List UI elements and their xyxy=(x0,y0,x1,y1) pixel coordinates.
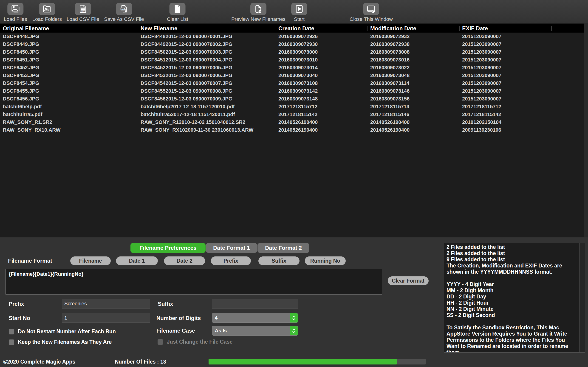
table-row[interactable]: DSCF8451.JPGDSCF84512015-12-03 090007000… xyxy=(0,56,584,64)
table-cell: 20140526190400 xyxy=(370,118,409,126)
log-scrollbar[interactable] xyxy=(579,243,585,352)
column-header-exif-date[interactable]: EXIF Date xyxy=(462,24,488,33)
table-cell: 20140526190400 xyxy=(370,126,409,134)
save-as-csv-file-button[interactable]: csvSave As CSV File xyxy=(104,3,144,22)
stepper-chevrons-icon[interactable] xyxy=(290,326,298,335)
prefix-input[interactable] xyxy=(62,299,150,309)
progress-fill xyxy=(208,359,397,365)
token-button-prefix[interactable]: Prefix xyxy=(211,257,251,265)
table-cell: batchitultra52017-12-18 1151420011.pdf xyxy=(141,110,235,118)
number-of-digits-select[interactable]: 4 xyxy=(212,313,298,323)
close-this-window-button[interactable]: Close This Window xyxy=(350,3,393,22)
table-cell: 20160309073000 xyxy=(278,48,318,56)
table-cell: 20091130230106 xyxy=(462,126,501,134)
table-cell: DSCF8449.JPG xyxy=(3,40,39,48)
checkbox-label: Keep the New Filenames As They Are xyxy=(18,339,112,345)
table-cell: DSCF84492015-12-03 0900070002.JPG xyxy=(141,40,233,48)
filename-format-label: Filename Format xyxy=(8,257,52,265)
table-cell: 20160309072930 xyxy=(278,40,318,48)
checkbox-do-not-restart-number-after-each-run[interactable] xyxy=(9,329,14,334)
status-bar: ©2020 Complete Magic Apps Number Of File… xyxy=(0,357,588,367)
toolbar: Load FilesLoad FoldersCSVLoad CSV Filecs… xyxy=(0,0,588,23)
load-files-button[interactable]: Load Files xyxy=(4,3,27,22)
tab-filename-preferences[interactable]: Filename Preferences xyxy=(130,243,206,253)
table-row[interactable]: DSCF8453.JPGDSCF84532015-12-03 090007000… xyxy=(0,72,584,79)
clear-list-button[interactable]: Clear List xyxy=(167,3,188,22)
stepper-chevrons-icon[interactable] xyxy=(290,313,298,323)
table-cell: 20160309073142 xyxy=(278,87,318,95)
table-row[interactable]: RAW_SONY_RX10.ARWRAW_SONY_RX102009-11-30… xyxy=(0,126,584,134)
tab-date-format-1[interactable]: Date Format 1 xyxy=(206,243,257,253)
log-line: 9 Files added to the list xyxy=(447,257,577,263)
column-divider xyxy=(138,26,138,31)
log-line: NN - 2 Digit Minute xyxy=(447,306,577,312)
table-cell: 20160309073022 xyxy=(370,64,409,72)
start-button[interactable]: Start xyxy=(291,3,307,22)
log-line: HH - 2 Digit Hour xyxy=(447,300,577,306)
table-row[interactable]: DSCF8450.JPGDSCF84502015-12-03 090007000… xyxy=(0,48,584,56)
filename-case-select[interactable]: As Is xyxy=(212,326,298,336)
start-no-input[interactable] xyxy=(62,313,150,323)
token-button-filename[interactable]: Filename xyxy=(70,257,111,265)
column-header-creation-date[interactable]: Creation Date xyxy=(278,24,314,33)
progress-bar xyxy=(208,359,426,365)
table-cell: 20160309073048 xyxy=(370,72,409,79)
load-folders-button[interactable]: Load Folders xyxy=(32,3,62,22)
load-folders-icon xyxy=(39,3,55,15)
table-row[interactable]: DSCF8448.JPGDSCF84482015-12-03 090007000… xyxy=(0,33,584,40)
table-cell: DSCF84512015-12-03 0900070004.JPG xyxy=(141,56,233,64)
log-line: The Creation, Modification and EXIF Date… xyxy=(447,263,577,269)
table-cell: 20160309072926 xyxy=(278,33,318,40)
log-line: them. xyxy=(447,349,577,352)
token-button-date-2[interactable]: Date 2 xyxy=(164,257,205,265)
table-cell: 20171218115142 xyxy=(278,110,317,118)
toolbar-button-label: Load CSV File xyxy=(67,16,99,22)
prefix-label: Prefix xyxy=(9,299,24,309)
table-row[interactable]: DSCF8449.JPGDSCF84492015-12-03 090007000… xyxy=(0,40,584,48)
table-row[interactable]: DSCF8454.JPGDSCF84542015-12-03 090007000… xyxy=(0,79,584,87)
table-cell: 20171218115713 xyxy=(370,103,409,110)
load-csv-file-button[interactable]: CSVLoad CSV File xyxy=(67,3,99,22)
tab-date-format-2[interactable]: Date Format 2 xyxy=(258,243,309,253)
log-line: AppStore Version Requires You to Grant i… xyxy=(447,331,577,337)
table-cell: 20151203090007 xyxy=(462,64,502,72)
log-line: DD - 2 Digit Day xyxy=(447,294,577,300)
table-cell: DSCF8456.JPG xyxy=(3,95,39,103)
table-row[interactable]: batchitultra5.pdfbatchitultra52017-12-18… xyxy=(0,110,584,118)
checkbox-row: Keep the New Filenames As They Are xyxy=(9,339,112,345)
save-csv-icon: csv xyxy=(116,3,132,15)
file-count-label: Number Of Files : 13 xyxy=(115,357,166,367)
checkbox-keep-the-new-filenames-as-they-are[interactable] xyxy=(9,340,14,345)
table-row[interactable]: batchit6help.pdfbatchit6help2017-12-18 1… xyxy=(0,103,584,110)
filename-format-input[interactable]: {Filename}{Date1}{RunningNo} xyxy=(6,269,382,294)
suffix-input[interactable] xyxy=(212,299,298,309)
column-header-original-filename[interactable]: Original Filename xyxy=(3,24,49,33)
log-text: 2 Files added to the list2 Files added t… xyxy=(444,243,579,352)
preview-new-filenames-button[interactable]: Preview New Filenames xyxy=(231,3,285,22)
table-cell: DSCF84532015-12-03 0900070006.JPG xyxy=(141,72,233,79)
column-header-new-filename[interactable]: New Filename xyxy=(141,24,177,33)
table-row[interactable]: RAW_SONY_R1.SR2RAW_SONY_R12010-12-02 150… xyxy=(0,118,584,126)
table-row[interactable]: DSCF8456.JPGDSCF84562015-12-03 090007000… xyxy=(0,95,584,103)
table-cell: 20151203090007 xyxy=(462,48,502,56)
toolbar-button-label: Clear List xyxy=(167,16,188,22)
checkbox-label: Just Change the File Case xyxy=(167,339,233,345)
table-cell: 20160309073010 xyxy=(278,56,318,64)
table-row[interactable]: DSCF8455.JPGDSCF84552015-12-03 090007000… xyxy=(0,87,584,95)
table-cell: batchitultra5.pdf xyxy=(3,110,42,118)
clear-format-button[interactable]: Clear Format xyxy=(388,276,429,285)
copyright-label: ©2020 Complete Magic Apps xyxy=(3,357,75,367)
column-header-modification-date[interactable]: Modification Date xyxy=(370,24,416,33)
table-cell: 20160309073156 xyxy=(370,95,409,103)
table-cell: RAW_SONY_RX102009-11-30 2301060013.ARW xyxy=(141,126,253,134)
table-row[interactable]: DSCF8452.JPGDSCF84522015-12-03 090007000… xyxy=(0,64,584,72)
table-cell: DSCF8453.JPG xyxy=(3,72,39,79)
table-cell: DSCF84562015-12-03 0900070009.JPG xyxy=(141,95,233,103)
log-line: 2 Files added to the list xyxy=(447,244,577,250)
table-cell: 20171218115142 xyxy=(462,110,501,118)
token-button-date-1[interactable]: Date 1 xyxy=(116,257,158,265)
token-button-suffix[interactable]: Suffix xyxy=(258,257,300,265)
table-cell: 20160309073008 xyxy=(370,48,409,56)
table-cell: 20101202150104 xyxy=(462,118,502,126)
token-button-running-no[interactable]: Running No xyxy=(305,257,346,265)
